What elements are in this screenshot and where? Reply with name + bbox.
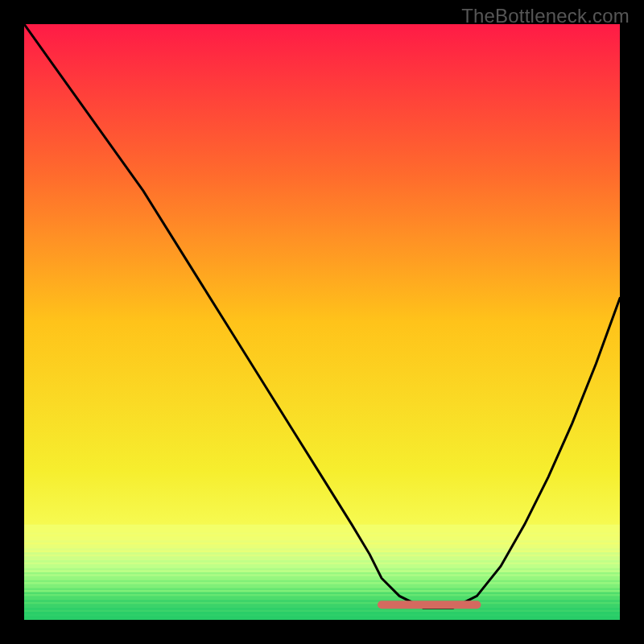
watermark-text: TheBottleneck.com [461,5,630,27]
bottleneck-curve [24,24,620,620]
plot-area [24,24,620,620]
chart-frame: TheBottleneck.com [0,0,644,644]
